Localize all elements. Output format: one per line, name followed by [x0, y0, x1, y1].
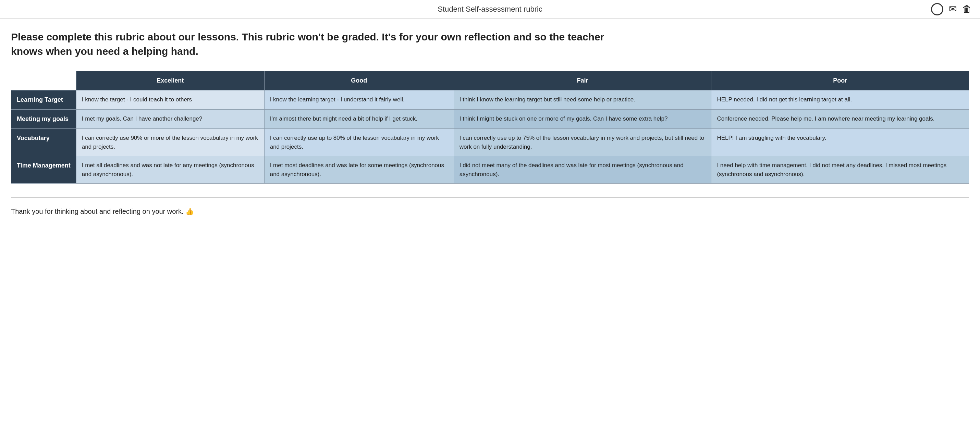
- row-header-vocabulary: Vocabulary: [11, 129, 76, 156]
- page-title: Student Self-assessment rubric: [438, 5, 542, 14]
- cell-good: I can correctly use up to 80% of the les…: [264, 129, 454, 156]
- header: Student Self-assessment rubric ✉ 🗑: [0, 0, 980, 19]
- row-header-learning-target: Learning Target: [11, 91, 76, 110]
- col-header-empty: [11, 71, 76, 91]
- cell-good: I met most deadlines and was late for so…: [264, 156, 454, 184]
- trash-icon[interactable]: 🗑: [962, 5, 972, 14]
- cell-excellent: I know the target - I could teach it to …: [76, 91, 264, 110]
- col-header-excellent: Excellent: [76, 71, 264, 91]
- cell-fair: I can correctly use up to 75% of the les…: [454, 129, 711, 156]
- cell-poor: HELP needed. I did not get this learning…: [711, 91, 969, 110]
- rubric-table: Excellent Good Fair Poor Learning Target…: [11, 71, 969, 184]
- cell-poor: Conference needed. Please help me. I am …: [711, 110, 969, 129]
- col-header-good: Good: [264, 71, 454, 91]
- cell-excellent: I can correctly use 90% or more of the l…: [76, 129, 264, 156]
- cell-excellent: I met all deadlines and was not late for…: [76, 156, 264, 184]
- mail-icon[interactable]: ✉: [949, 5, 957, 14]
- cell-fair: I think I know the learning target but s…: [454, 91, 711, 110]
- cell-fair: I think I might be stuck on one or more …: [454, 110, 711, 129]
- cell-good: I know the learning target - I understan…: [264, 91, 454, 110]
- footer-text: Thank you for thinking about and reflect…: [11, 207, 969, 215]
- circle-icon[interactable]: [931, 3, 943, 16]
- col-header-poor: Poor: [711, 71, 969, 91]
- header-icons: ✉ 🗑: [931, 3, 972, 16]
- col-header-fair: Fair: [454, 71, 711, 91]
- cell-poor: HELP! I am struggling with the vocabular…: [711, 129, 969, 156]
- cell-fair: I did not meet many of the deadlines and…: [454, 156, 711, 184]
- content-area: Please complete this rubric about our le…: [0, 19, 980, 222]
- intro-text: Please complete this rubric about our le…: [11, 30, 611, 59]
- cell-excellent: I met my goals. Can I have another chall…: [76, 110, 264, 129]
- row-header-meeting-my-goals: Meeting my goals: [11, 110, 76, 129]
- cell-good: I'm almost there but might need a bit of…: [264, 110, 454, 129]
- cell-poor: I need help with time management. I did …: [711, 156, 969, 184]
- row-header-time-management: Time Management: [11, 156, 76, 184]
